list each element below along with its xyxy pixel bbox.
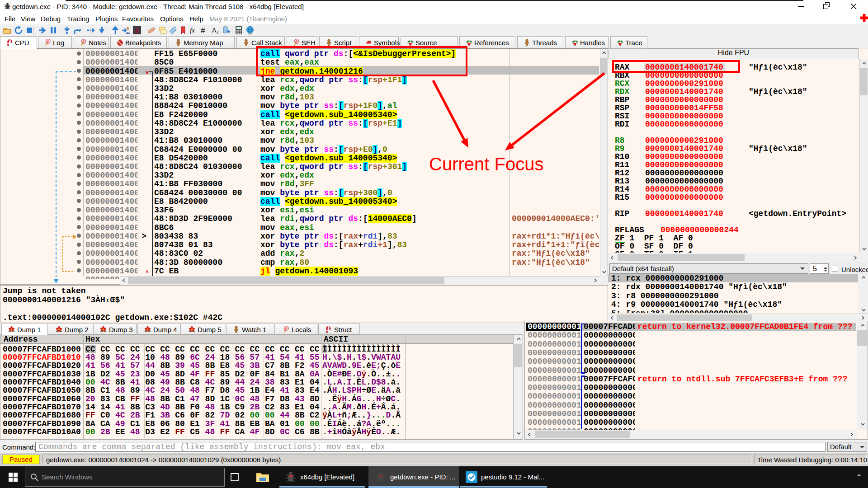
svg-text:64: 64 [289, 474, 293, 478]
svg-text:#: # [201, 26, 205, 35]
svg-text:fx: fx [190, 27, 195, 34]
svg-text:64: 64 [379, 474, 383, 478]
svg-text:z: z [217, 29, 219, 34]
svg-text:S: S [135, 27, 139, 34]
svg-text:A: A [212, 27, 217, 34]
